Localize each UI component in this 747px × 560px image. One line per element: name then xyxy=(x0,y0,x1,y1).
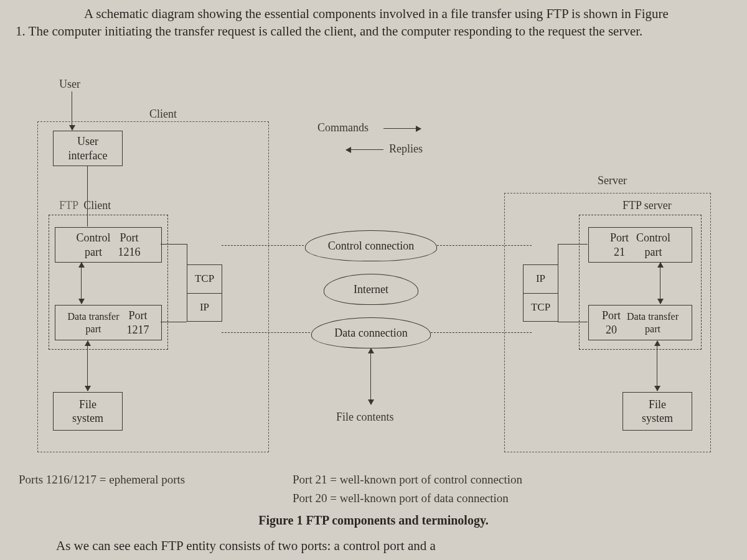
server-stack-to-control xyxy=(558,244,588,245)
legend-left: Ports 1216/1217 = ephemeral ports xyxy=(19,473,185,487)
server-stack-to-data xyxy=(558,322,588,322)
client-to-control-cloud xyxy=(222,245,304,246)
server-label: Server xyxy=(598,174,627,187)
server-data-to-fs xyxy=(657,341,657,391)
replies-arrow xyxy=(346,149,383,150)
server-stack-to-data-v xyxy=(558,320,558,322)
ftp-client-label: FTP FTP ClientClient xyxy=(59,199,111,212)
data-to-filecontents xyxy=(370,348,371,404)
server-tcpip-stack: IP TCP xyxy=(523,264,558,322)
internet-cloud: Internet xyxy=(324,274,418,305)
server-parts-link xyxy=(660,263,660,304)
client-data-to-fs xyxy=(87,341,88,391)
client-to-data-cloud xyxy=(222,332,310,333)
server-stack-to-control-v xyxy=(558,244,558,264)
user-interface-box: User interface xyxy=(53,131,123,166)
trailing-text: As we can see each FTP entity consists o… xyxy=(56,538,716,554)
ui-to-control-line xyxy=(87,166,88,226)
figure-caption: Figure 1 FTP components and terminology. xyxy=(31,513,716,528)
legend-right-1: Port 21 = well-known port of control con… xyxy=(293,473,522,487)
client-data-part: Data transfer part Data transferpartPort… xyxy=(55,305,162,340)
intro-paragraph: A schematic diagram showing the essentia… xyxy=(16,5,675,40)
commands-arrow xyxy=(383,128,421,129)
client-data-to-stack-v xyxy=(187,320,187,322)
server-control-part: Port21Controlpart Port 21 xyxy=(588,227,692,263)
server-file-system: File system xyxy=(622,392,692,431)
commands-label: Commands xyxy=(317,121,369,134)
client-file-system: File system xyxy=(53,392,123,431)
replies-label: Replies xyxy=(389,142,423,156)
client-tcpip-stack: TCP IP xyxy=(187,264,222,322)
client-control-to-stack-v xyxy=(187,244,187,264)
client-label: Client xyxy=(149,108,177,121)
user-label: User xyxy=(59,78,80,91)
file-contents-label: File contents xyxy=(336,411,394,424)
control-connection-cloud: Control connection xyxy=(305,230,437,261)
client-control-part: Control part ControlpartPort1216 xyxy=(55,227,162,263)
legend-right-2: Port 20 = well-known port of data connec… xyxy=(293,492,509,505)
ftp-server-label: FTP server xyxy=(622,199,672,212)
data-connection-cloud: Data connection xyxy=(311,317,431,348)
client-control-to-stack xyxy=(161,244,187,245)
server-data-part: Port20Data transferpart Port 20 xyxy=(588,305,692,340)
client-data-to-stack xyxy=(161,322,187,322)
client-parts-link xyxy=(81,263,82,304)
